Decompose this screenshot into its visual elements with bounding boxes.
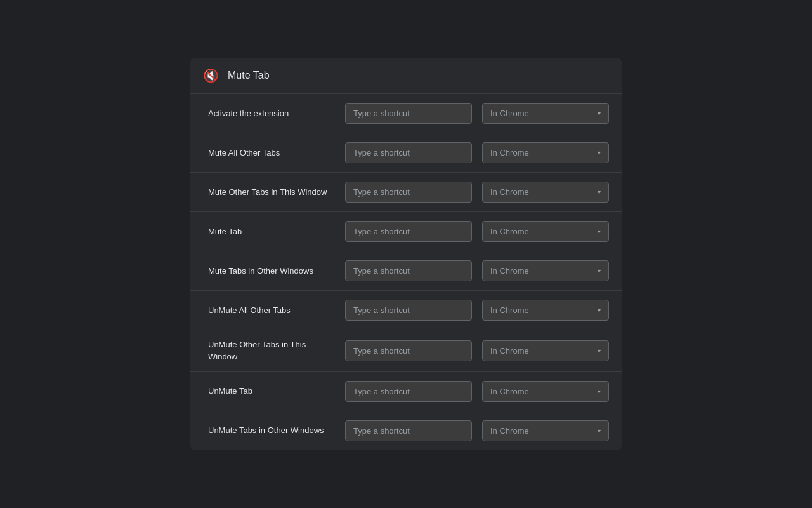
shortcut-row-unmute-tab: UnMute TabIn Chrome▾ <box>190 372 622 411</box>
scope-label-activate-extension: In Chrome <box>490 109 529 118</box>
scope-label-mute-tabs-other-windows: In Chrome <box>490 266 529 276</box>
chevron-down-icon: ▾ <box>598 189 601 196</box>
shortcut-row-mute-tab: Mute TabIn Chrome▾ <box>190 212 622 251</box>
chevron-down-icon: ▾ <box>598 347 601 354</box>
shortcut-input-unmute-other-tabs-this-window[interactable] <box>345 340 472 361</box>
shortcut-scope-unmute-tabs-other-windows[interactable]: In Chrome▾ <box>482 420 609 441</box>
shortcut-scope-unmute-all-other-tabs[interactable]: In Chrome▾ <box>482 300 609 321</box>
panel-title: Mute Tab <box>228 70 270 81</box>
panel-header: 🔇 Mute Tab <box>190 58 622 94</box>
scope-label-unmute-tabs-other-windows: In Chrome <box>490 426 529 436</box>
chevron-down-icon: ▾ <box>598 228 601 235</box>
shortcut-row-activate-extension: Activate the extensionIn Chrome▾ <box>190 94 622 133</box>
chevron-down-icon: ▾ <box>598 110 601 117</box>
shortcut-input-activate-extension[interactable] <box>345 103 472 124</box>
shortcut-scope-mute-all-other-tabs[interactable]: In Chrome▾ <box>482 142 609 163</box>
shortcut-row-unmute-tabs-other-windows: UnMute Tabs in Other WindowsIn Chrome▾ <box>190 411 622 450</box>
shortcut-input-unmute-tab[interactable] <box>345 381 472 402</box>
shortcut-scope-unmute-tab[interactable]: In Chrome▾ <box>482 381 609 402</box>
shortcut-scope-activate-extension[interactable]: In Chrome▾ <box>482 103 609 124</box>
chevron-down-icon: ▾ <box>598 307 601 314</box>
shortcut-scope-mute-other-tabs-this-window[interactable]: In Chrome▾ <box>482 182 609 203</box>
shortcut-scope-unmute-other-tabs-this-window[interactable]: In Chrome▾ <box>482 340 609 361</box>
shortcut-label-unmute-tab: UnMute Tab <box>208 385 335 397</box>
shortcut-input-mute-tab[interactable] <box>345 221 472 242</box>
chevron-down-icon: ▾ <box>598 267 601 274</box>
shortcut-scope-mute-tab[interactable]: In Chrome▾ <box>482 221 609 242</box>
shortcut-input-mute-tabs-other-windows[interactable] <box>345 260 472 281</box>
panel-body: Activate the extensionIn Chrome▾Mute All… <box>190 94 622 450</box>
chevron-down-icon: ▾ <box>598 388 601 395</box>
mute-tab-panel: 🔇 Mute Tab Activate the extensionIn Chro… <box>190 58 622 450</box>
shortcut-label-unmute-other-tabs-this-window: UnMute Other Tabs in This Window <box>208 339 335 362</box>
shortcut-input-mute-other-tabs-this-window[interactable] <box>345 182 472 203</box>
chevron-down-icon: ▾ <box>598 427 601 434</box>
scope-label-mute-all-other-tabs: In Chrome <box>490 148 529 157</box>
shortcut-row-mute-other-tabs-this-window: Mute Other Tabs in This WindowIn Chrome▾ <box>190 173 622 212</box>
shortcut-row-mute-tabs-other-windows: Mute Tabs in Other WindowsIn Chrome▾ <box>190 251 622 291</box>
shortcut-input-unmute-all-other-tabs[interactable] <box>345 300 472 321</box>
shortcut-label-activate-extension: Activate the extension <box>208 108 335 119</box>
shortcut-label-mute-tab: Mute Tab <box>208 226 335 237</box>
shortcut-scope-mute-tabs-other-windows[interactable]: In Chrome▾ <box>482 260 609 281</box>
scope-label-unmute-tab: In Chrome <box>490 387 529 396</box>
shortcut-label-unmute-tabs-other-windows: UnMute Tabs in Other Windows <box>208 425 335 436</box>
shortcut-row-unmute-other-tabs-this-window: UnMute Other Tabs in This WindowIn Chrom… <box>190 330 622 371</box>
shortcut-label-mute-other-tabs-this-window: Mute Other Tabs in This Window <box>208 187 335 198</box>
shortcut-label-mute-tabs-other-windows: Mute Tabs in Other Windows <box>208 265 335 277</box>
shortcut-input-mute-all-other-tabs[interactable] <box>345 142 472 163</box>
scope-label-unmute-other-tabs-this-window: In Chrome <box>490 346 529 356</box>
scope-label-mute-tab: In Chrome <box>490 227 529 236</box>
shortcut-row-mute-all-other-tabs: Mute All Other TabsIn Chrome▾ <box>190 133 622 173</box>
shortcut-label-unmute-all-other-tabs: UnMute All Other Tabs <box>208 305 335 316</box>
scope-label-mute-other-tabs-this-window: In Chrome <box>490 187 529 197</box>
shortcut-row-unmute-all-other-tabs: UnMute All Other TabsIn Chrome▾ <box>190 291 622 330</box>
mute-icon: 🔇 <box>203 68 219 83</box>
scope-label-unmute-all-other-tabs: In Chrome <box>490 305 529 315</box>
shortcut-label-mute-all-other-tabs: Mute All Other Tabs <box>208 147 335 159</box>
shortcut-input-unmute-tabs-other-windows[interactable] <box>345 420 472 441</box>
chevron-down-icon: ▾ <box>598 149 601 156</box>
